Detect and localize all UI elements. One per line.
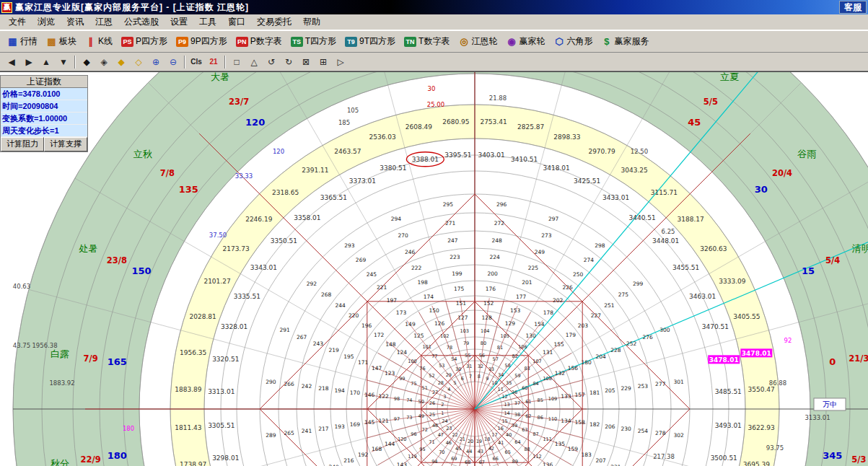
svg-text:273: 273 bbox=[541, 232, 552, 239]
svg-text:154: 154 bbox=[534, 321, 545, 327]
svg-text:29: 29 bbox=[446, 372, 452, 378]
svg-text:26: 26 bbox=[429, 400, 435, 406]
svg-text:244: 244 bbox=[335, 302, 346, 309]
rotate-left-button[interactable]: ↺ bbox=[263, 54, 280, 70]
svg-text:15: 15 bbox=[501, 418, 507, 424]
menu-item-窗口[interactable]: 窗口 bbox=[222, 14, 251, 30]
menu-item-工具[interactable]: 工具 bbox=[193, 14, 222, 30]
nav-right-button[interactable]: ▶ bbox=[20, 54, 38, 70]
svg-text:74: 74 bbox=[406, 397, 412, 403]
zoom-in-button[interactable]: ⊕ bbox=[147, 54, 165, 70]
button-计算阻力[interactable]: 计算阻力 bbox=[1, 137, 44, 151]
svg-text:299: 299 bbox=[633, 281, 644, 287]
nav-left-button[interactable]: ◀ bbox=[3, 54, 20, 70]
triangle-tool-button[interactable]: △ bbox=[245, 54, 263, 70]
svg-text:111: 111 bbox=[543, 436, 551, 442]
svg-text:216: 216 bbox=[343, 457, 354, 464]
tool-gann-wheel[interactable]: ◎江恩轮 bbox=[454, 33, 501, 50]
svg-text:107: 107 bbox=[532, 359, 541, 364]
toolbar-separator bbox=[74, 56, 76, 69]
svg-text:3358.01: 3358.01 bbox=[294, 214, 320, 221]
svg-text:130: 130 bbox=[525, 333, 536, 339]
diamond-outline-button[interactable]: ◇ bbox=[130, 54, 147, 70]
delete-tool-button[interactable]: ⊠ bbox=[297, 54, 315, 70]
zoom-out-button[interactable]: ⊖ bbox=[165, 54, 182, 70]
svg-text:21.88: 21.88 bbox=[489, 94, 507, 102]
tool-hexagon[interactable]: ⬡六角形 bbox=[549, 33, 597, 50]
svg-text:253: 253 bbox=[638, 383, 649, 390]
tool-t-square[interactable]: TST四方形 bbox=[286, 33, 341, 50]
svg-text:94: 94 bbox=[431, 459, 437, 465]
rect-tool-button[interactable]: □ bbox=[228, 54, 245, 70]
gann-wheel[interactable]: 1234567891011121314151617181920212223242… bbox=[0, 72, 868, 466]
svg-text:59: 59 bbox=[514, 373, 520, 379]
tool-9p-square-label: 9P四方形 bbox=[190, 35, 227, 48]
svg-text:立秋: 立秋 bbox=[133, 149, 153, 159]
menu-item-公式选股[interactable]: 公式选股 bbox=[118, 14, 165, 30]
svg-text:1883.89: 1883.89 bbox=[175, 386, 201, 393]
svg-text:222: 222 bbox=[411, 265, 422, 271]
svg-text:226: 226 bbox=[563, 284, 574, 291]
svg-text:143: 143 bbox=[397, 462, 408, 466]
rotate-right-button[interactable]: ↻ bbox=[280, 54, 297, 70]
pointer-up-button[interactable]: ▲ bbox=[38, 54, 55, 70]
tool-quotes[interactable]: ▦行情 bbox=[3, 33, 42, 50]
diamond-gold-button[interactable]: ◆ bbox=[113, 54, 130, 70]
tool-kline[interactable]: ∥K线 bbox=[81, 33, 117, 50]
diamond-black-button[interactable]: ◆ bbox=[78, 54, 95, 70]
customer-service-button[interactable]: 客服 bbox=[839, 1, 867, 14]
svg-text:2173.73: 2173.73 bbox=[222, 245, 249, 252]
svg-text:25: 25 bbox=[429, 412, 435, 418]
svg-text:21/3: 21/3 bbox=[849, 353, 868, 364]
clear-button[interactable]: Cls bbox=[188, 54, 205, 70]
tool-t-table[interactable]: TNT数字表 bbox=[400, 33, 454, 50]
button-计算支撑[interactable]: 计算支撑 bbox=[44, 137, 87, 151]
svg-text:1: 1 bbox=[441, 410, 444, 416]
menu-item-江恩[interactable]: 江恩 bbox=[89, 14, 118, 30]
svg-text:50: 50 bbox=[418, 399, 424, 405]
svg-text:180: 180 bbox=[108, 450, 127, 461]
svg-text:251: 251 bbox=[604, 302, 615, 309]
svg-text:88: 88 bbox=[524, 447, 530, 452]
tool-sectors[interactable]: ▩板块 bbox=[42, 33, 81, 50]
tool-winner-wheel[interactable]: ◉赢家轮 bbox=[501, 33, 549, 50]
svg-text:40.63: 40.63 bbox=[13, 283, 30, 290]
svg-text:108: 108 bbox=[543, 376, 551, 382]
svg-text:175: 175 bbox=[454, 286, 465, 292]
svg-text:22: 22 bbox=[452, 432, 457, 438]
titlebar[interactable]: 赢 赢家江恩专业版[赢家内部服务平台] - [上证指数 江恩轮] 客服 bbox=[0, 0, 868, 14]
svg-text:274: 274 bbox=[584, 257, 595, 263]
svg-text:谷雨: 谷雨 bbox=[797, 149, 816, 159]
info-row-0: 价格=3478.0100 bbox=[1, 88, 87, 100]
tool-p-square[interactable]: PSP四方形 bbox=[117, 33, 172, 50]
chart-canvas[interactable]: 1234567891011121314151617181920212223242… bbox=[0, 71, 868, 466]
tool-gann-wheel-icon: ◎ bbox=[458, 37, 469, 47]
menu-item-设置[interactable]: 设置 bbox=[165, 14, 193, 30]
svg-text:223: 223 bbox=[450, 254, 460, 260]
cursor-tool-button[interactable]: ▷ bbox=[332, 54, 349, 70]
svg-text:1956.35: 1956.35 bbox=[180, 349, 206, 356]
svg-text:35: 35 bbox=[506, 380, 512, 386]
diamond-center-button[interactable]: ◈ bbox=[95, 54, 113, 70]
svg-text:55: 55 bbox=[465, 353, 470, 359]
menu-item-交易委托[interactable]: 交易委托 bbox=[251, 14, 297, 30]
menu-item-浏览[interactable]: 浏览 bbox=[32, 14, 61, 30]
svg-text:23/7: 23/7 bbox=[229, 97, 249, 107]
tool-9p-square[interactable]: P99P四方形 bbox=[172, 33, 232, 50]
info-panel-title: 上证指数 bbox=[1, 76, 87, 88]
tool-p-table[interactable]: PNP数字表 bbox=[232, 33, 286, 50]
tool-winner-service[interactable]: $赢家服务 bbox=[597, 33, 653, 50]
ime-indicator[interactable]: 万中 bbox=[823, 400, 837, 408]
calendar-button[interactable]: 21 bbox=[205, 54, 222, 70]
menu-item-帮助[interactable]: 帮助 bbox=[297, 14, 326, 30]
tool-t-table-icon: TN bbox=[404, 37, 416, 47]
menu-item-文件[interactable]: 文件 bbox=[3, 14, 32, 30]
svg-text:36: 36 bbox=[512, 390, 517, 395]
move-tool-button[interactable]: ⊞ bbox=[315, 54, 332, 70]
menu-item-资讯[interactable]: 资讯 bbox=[61, 14, 89, 30]
pointer-down-button[interactable]: ▼ bbox=[55, 54, 72, 70]
tool-9t-square[interactable]: T99T四方形 bbox=[341, 33, 400, 50]
tool-sectors-label: 板块 bbox=[59, 35, 76, 48]
svg-text:277: 277 bbox=[655, 381, 666, 387]
svg-text:69: 69 bbox=[451, 456, 457, 462]
